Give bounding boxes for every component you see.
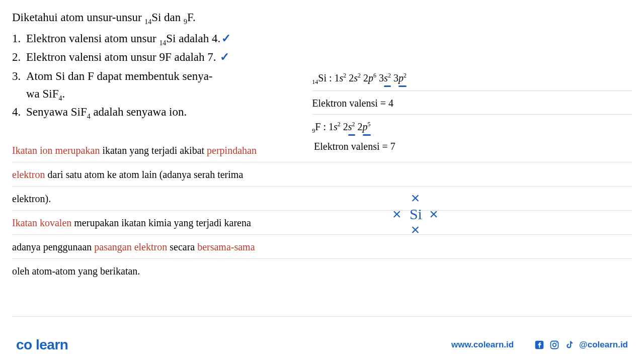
instagram-icon[interactable] (549, 339, 560, 350)
si-lewis-diagram: × × Si × × (392, 190, 439, 238)
f-valence: Elektron valensi = 7 (314, 141, 395, 152)
svg-point-3 (556, 342, 557, 343)
explanation-line: Ikatan kovalen merupakan ikatan kimia ya… (12, 211, 632, 235)
f-config: 9F : 1s2 2s2 2p5 (312, 117, 632, 138)
explanation-line: oleh atom-atom yang berikatan. (12, 259, 632, 283)
website-link[interactable]: www.colearn.id (451, 340, 514, 350)
statement-3: 3. Atom Si dan F dapat membentuk senya- … (12, 68, 292, 104)
footer: co learn www.colearn.id @colearn.id (0, 337, 644, 353)
explanation-line: elektron dari satu atom ke atom lain (ad… (12, 162, 632, 187)
si-config: 14Si : 1s2 2s2 2p6 3s2 3p2 (312, 68, 632, 91)
statement-1: 1. Elektron valensi atom unsur 14Si adal… (12, 30, 632, 48)
explanation-line: adanya penggunaan pasangan elektron seca… (12, 235, 632, 259)
si-valence: Elektron valensi = 4 (312, 93, 632, 115)
blank-rule-line (12, 294, 632, 317)
check-icon: ✓ (221, 32, 231, 45)
tiktok-icon[interactable] (564, 339, 575, 350)
check-icon: ✓ (220, 51, 229, 63)
logo: co learn (16, 337, 68, 353)
explanation-line: elektron). (12, 187, 632, 211)
explanation-block: Ikatan ion merupakan ikatan yang terjadi… (12, 138, 632, 283)
statement-2: 2. Elektron valensi atom unsur 9F adalah… (12, 49, 632, 66)
svg-point-2 (553, 343, 556, 347)
social-handle: @colearn.id (579, 340, 628, 350)
question-intro: Diketahui atom unsur-unsur 14Si dan 9F. (12, 9, 632, 27)
facebook-icon[interactable] (534, 339, 545, 350)
statement-4: 4. Senyawa SiF4 adalah senyawa ion. (12, 104, 292, 122)
social-icons: @colearn.id (534, 339, 628, 350)
